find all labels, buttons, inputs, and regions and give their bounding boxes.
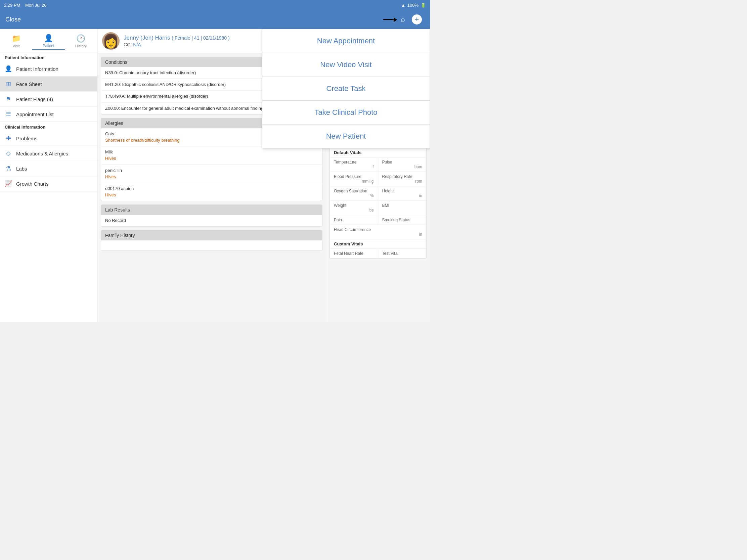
vital-height: Height in xyxy=(378,186,427,201)
weight-unit: lbs xyxy=(368,208,374,213)
tab-history-label: History xyxy=(75,44,87,48)
o2-unit: % xyxy=(370,193,374,198)
lab-results-body: No Record xyxy=(101,215,322,226)
nav-label-patient-flags: Patient Flags (4) xyxy=(16,96,53,102)
cc-value: N/A xyxy=(133,42,141,47)
vital-smoking: Smoking Status xyxy=(378,215,427,225)
chart-icon: 📈 xyxy=(5,180,12,187)
arrow-pointer xyxy=(383,19,397,20)
sidebar-nav: Patient Information 👤 Patient Informatio… xyxy=(0,52,97,322)
main-layout: 📁 Visit 👤 Patient 🕐 History Patient Info… xyxy=(0,29,430,322)
section-header-patient-info: Patient Information xyxy=(0,52,97,61)
vital-pain: Pain xyxy=(330,215,378,225)
dropdown-new-appointment[interactable]: New Appointment xyxy=(262,29,430,53)
history-icon: 🕐 xyxy=(76,34,85,43)
status-time-date: 2:29 PM Mon Jul 26 xyxy=(4,3,46,8)
sidebar-tabs: 📁 Visit 👤 Patient 🕐 History xyxy=(0,29,97,52)
vital-o2: Oxygen Saturation % xyxy=(330,186,378,201)
patient-icon: 👤 xyxy=(44,34,53,43)
sidebar-item-labs[interactable]: ⚗ Labs xyxy=(0,161,97,176)
status-bar: 2:29 PM Mon Jul 26 ▲ 100% 🔋 xyxy=(0,0,430,10)
status-time: 2:29 PM xyxy=(4,3,20,8)
allergy-item-1: Milk Hives xyxy=(101,146,322,164)
plus-icon: + xyxy=(412,15,422,25)
battery-icon: 🔋 xyxy=(420,3,426,8)
list-icon: ☰ xyxy=(5,110,12,118)
allergy-item-2: penicillin Hives xyxy=(101,165,322,183)
dropdown-new-patient[interactable]: New Patient xyxy=(262,125,430,148)
allergy-item-3: d00170 aspirin Hives xyxy=(101,183,322,201)
nav-label-growth-charts: Growth Charts xyxy=(16,181,49,187)
vital-temperature: Temperature f xyxy=(330,157,378,172)
dropdown-new-video-visit[interactable]: New Video Visit xyxy=(262,53,430,77)
rr-label: Respiratory Rate xyxy=(382,174,422,179)
dropdown-take-clinical-photo[interactable]: Take Clinical Photo xyxy=(262,101,430,125)
vital-bmi: BMI xyxy=(378,201,427,215)
patient-name: Jenny (Jen) Harris xyxy=(124,34,170,41)
battery-percent: 100% xyxy=(407,3,418,8)
patient-demographics: ( Female | 41 | 02/11/1980 ) xyxy=(172,35,229,41)
sidebar-item-growth-charts[interactable]: 📈 Growth Charts xyxy=(0,176,97,191)
section-header-clinical-info: Clinical Information xyxy=(0,122,97,131)
app-header: Close ⌕ + xyxy=(0,10,430,29)
height-unit: in xyxy=(419,193,422,198)
search-button[interactable]: ⌕ xyxy=(398,14,408,25)
bp-unit: mmHg xyxy=(362,179,374,184)
sidebar-item-appointment-list[interactable]: ☰ Appointment List xyxy=(0,107,97,122)
sidebar-item-patient-flags[interactable]: ⚑ Patient Flags (4) xyxy=(0,92,97,107)
reaction-1: Hives xyxy=(105,156,318,161)
nav-label-problems: Problems xyxy=(16,136,37,141)
sidebar-item-medications-allergies[interactable]: ◇ Medications & Allergies xyxy=(0,146,97,161)
weight-label: Weight xyxy=(334,203,374,208)
dropdown-create-task[interactable]: Create Task xyxy=(262,77,430,101)
rr-unit: rpm xyxy=(415,179,422,184)
nav-label-face-sheet: Face Sheet xyxy=(16,81,42,87)
vital-head-circ: Head Circumference in xyxy=(330,225,426,239)
dropdown-menu: New Appointment New Video Visit Create T… xyxy=(262,29,430,149)
smoking-label: Smoking Status xyxy=(382,218,422,222)
sidebar-item-face-sheet[interactable]: ⊞ Face Sheet xyxy=(0,77,97,92)
wifi-icon: ▲ xyxy=(401,3,405,8)
avatar: 👩 xyxy=(102,32,120,50)
pulse-unit: bpm xyxy=(414,164,422,169)
plus-button[interactable]: + xyxy=(409,13,424,26)
header-actions: ⌕ + xyxy=(383,13,424,26)
allergen-3: d00170 aspirin xyxy=(105,186,318,192)
custom-vital-fetal: Fetal Heart Rate xyxy=(330,249,378,259)
bp-label: Blood Pressure xyxy=(334,174,374,179)
tab-history[interactable]: 🕐 History xyxy=(65,34,97,49)
height-label: Height xyxy=(382,189,422,193)
vital-rr: Respiratory Rate rpm xyxy=(378,172,427,186)
sidebar-item-problems[interactable]: ✚ Problems xyxy=(0,131,97,146)
family-history-header: Family History xyxy=(101,230,322,240)
pulse-label: Pulse xyxy=(382,160,422,164)
vital-pulse: Pulse bpm xyxy=(378,157,427,172)
sidebar: 📁 Visit 👤 Patient 🕐 History Patient Info… xyxy=(0,29,97,322)
tab-visit[interactable]: 📁 Visit xyxy=(0,34,32,49)
cc-label: CC xyxy=(124,42,130,47)
head-circ-label: Head Circumference xyxy=(334,227,422,232)
tab-patient-label: Patient xyxy=(43,44,54,48)
vital-bp: Blood Pressure mmHg xyxy=(330,172,378,186)
person-icon: 👤 xyxy=(5,65,12,73)
family-history-empty xyxy=(101,240,322,250)
plus-circle-icon: ✚ xyxy=(5,135,12,142)
flask-icon: ⚗ xyxy=(5,165,12,172)
bmi-label: BMI xyxy=(382,203,422,208)
tab-patient[interactable]: 👤 Patient xyxy=(32,34,65,50)
flag-icon: ⚑ xyxy=(5,95,12,103)
nav-label-appointment-list: Appointment List xyxy=(16,111,54,117)
custom-vital-test: Test Vital xyxy=(378,249,427,259)
temperature-unit: f xyxy=(372,164,374,169)
lab-results-empty: No Record xyxy=(101,215,322,226)
close-button[interactable]: Close xyxy=(5,16,21,23)
vitals-grid: Temperature f Pulse bpm Blood Pressure m… xyxy=(330,157,426,239)
avatar-emoji: 👩 xyxy=(102,33,119,49)
arrow-line xyxy=(383,19,397,20)
visit-icon: 📁 xyxy=(12,34,21,43)
allergen-1: Milk xyxy=(105,149,318,155)
tab-visit-label: Visit xyxy=(13,44,20,48)
o2-label: Oxygen Saturation xyxy=(334,189,374,193)
nav-label-medications-allergies: Medications & Allergies xyxy=(16,151,68,156)
sidebar-item-patient-information[interactable]: 👤 Patient Information xyxy=(0,61,97,77)
